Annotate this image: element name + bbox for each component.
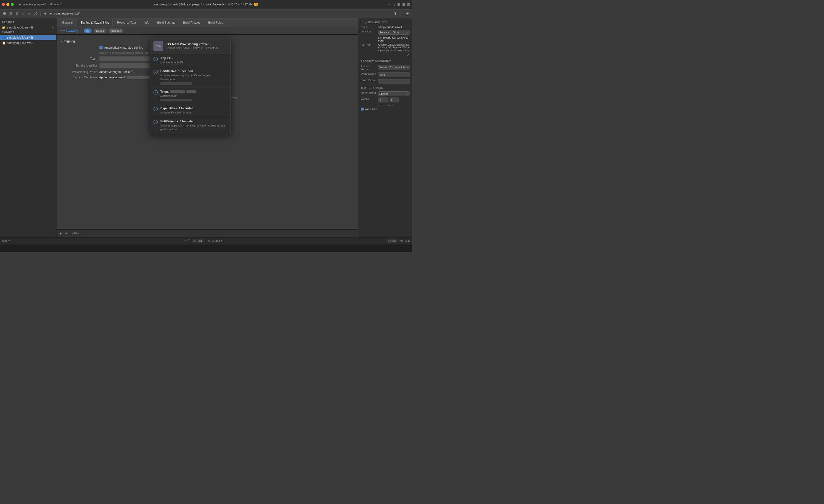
popup-certs-title: Certificates: 1 Included bbox=[160, 70, 227, 73]
signing-cert-field bbox=[127, 76, 152, 79]
popup-title: iOS Team Provisioning Profile: • bbox=[166, 42, 218, 46]
sidebar-item-target2[interactable]: 📋 sampleapp-ios-swi... bbox=[0, 40, 56, 46]
widths-row: Widths bbox=[361, 98, 410, 102]
path-short-row: sampleapp-ios-swift.xcodeproj bbox=[361, 36, 410, 42]
add-capability-btn[interactable]: + + Capability bbox=[60, 28, 80, 33]
wrap-lines-row: ✓ Wrap lines bbox=[361, 108, 410, 110]
debug-info-btn[interactable]: ⓘ bbox=[188, 239, 190, 243]
popup-certs-desc: Includes newest signing certificate "App… bbox=[160, 74, 227, 81]
name-label: Name bbox=[361, 25, 377, 28]
debug-filter-right[interactable]: ⊙ Filter bbox=[386, 239, 398, 243]
close-button[interactable] bbox=[2, 3, 5, 6]
debug-split-btn1[interactable]: ⊟ bbox=[405, 239, 407, 242]
titlebar-right: + ⇆ ⊟ ⊞ ⊡ bbox=[388, 2, 410, 7]
popup-capabilities-desc: Includes Keychain Sharing. bbox=[160, 111, 227, 114]
debug-play-btn[interactable]: ▷ bbox=[184, 239, 186, 242]
toolbar-warn-btn[interactable]: ⚠ bbox=[20, 11, 26, 16]
cap-filter-all[interactable]: All bbox=[84, 28, 92, 33]
traffic-lights[interactable] bbox=[2, 3, 14, 6]
name-value[interactable]: sampleapp-ios-swift bbox=[378, 25, 410, 28]
popup-item-certs: ✓ Certificates: 1 Included Includes newe… bbox=[150, 67, 230, 87]
indent-width-input[interactable] bbox=[389, 98, 399, 102]
project-doc-title: Project Document bbox=[361, 60, 410, 63]
org-label: Organization bbox=[361, 72, 377, 75]
sidebar-item-target1[interactable]: 🔵 sampleapp-ios-swift bbox=[0, 35, 56, 40]
certs-bar bbox=[160, 82, 192, 85]
debug-trash-btn[interactable]: 🗑 bbox=[400, 239, 403, 243]
tab-general[interactable]: General bbox=[59, 19, 76, 26]
org-input[interactable] bbox=[378, 72, 410, 77]
toolbar-back-btn[interactable]: ◀ bbox=[42, 11, 47, 16]
minimize-button[interactable] bbox=[6, 3, 9, 6]
popup-capabilities-content: Capabilities: 1 Included Includes Keycha… bbox=[160, 107, 227, 114]
signing-collapse-icon[interactable]: ▼ bbox=[61, 40, 63, 43]
toolbar-bottom-panel-btn[interactable]: ▭ bbox=[399, 11, 404, 16]
main-layout: PROJECT 📁 sampleapp-ios-swift M TARGETS … bbox=[0, 18, 412, 237]
debug-auto-label: Auto ▾ bbox=[2, 239, 183, 242]
tab-resource-tags[interactable]: Resource Tags bbox=[113, 19, 140, 26]
remove-item-btn[interactable]: − bbox=[64, 231, 68, 236]
toolbar-forward-btn[interactable]: ▶ bbox=[48, 11, 53, 16]
popup-subtitle: Created Apr 8, 2020 (Expires in 11 month… bbox=[166, 46, 218, 49]
cap-filter-debug[interactable]: Debug bbox=[94, 28, 106, 33]
tab-build-rules[interactable]: Build Rules bbox=[205, 19, 227, 26]
bottom-filter[interactable]: ⊙ Filter bbox=[70, 232, 81, 235]
tab-build-phases[interactable]: Build Phases bbox=[180, 19, 204, 26]
toolbar-search-btn[interactable]: ⌕ bbox=[27, 11, 31, 16]
tab-width-input[interactable] bbox=[378, 98, 388, 102]
plus-icon: + bbox=[61, 29, 62, 32]
class-prefix-label: Class Prefix bbox=[361, 79, 377, 82]
popup-entitlements-desc: Includes application-identifier, keychai… bbox=[160, 124, 227, 131]
add-item-btn[interactable]: + bbox=[59, 231, 63, 236]
popup-team-title: Team: bbox=[160, 90, 227, 93]
cap-filter-release[interactable]: Release bbox=[109, 28, 123, 33]
popup-item-capabilities: ✓ Capabilities: 1 Included Includes Keyc… bbox=[150, 104, 230, 117]
tab-info[interactable]: Info bbox=[141, 19, 153, 26]
auto-manage-checkbox[interactable]: ✓ bbox=[99, 46, 103, 49]
signing-cert-label: Signing Certificate bbox=[61, 76, 97, 79]
run-btn[interactable]: ▶ bbox=[19, 2, 21, 6]
indent-using-dropdown[interactable]: Spaces ⌄ bbox=[378, 91, 410, 96]
debug-split-btn2[interactable]: ⊞ bbox=[408, 239, 410, 242]
toolbar-sep1 bbox=[40, 11, 40, 16]
debug-area: Auto ▾ ▷ ⓘ ⊙ Filter All Output ▾ ⊙ Filte… bbox=[0, 237, 412, 252]
toolbar-right-panel-btn[interactable]: ◨ bbox=[392, 11, 398, 16]
location-dropdown[interactable]: Relative to Group ⌄ bbox=[378, 30, 410, 35]
panel2-btn[interactable]: ⊞ bbox=[402, 2, 405, 6]
sidebar-item-project[interactable]: 📁 sampleapp-ios-swift M bbox=[0, 25, 56, 30]
maximize-button[interactable] bbox=[11, 3, 14, 6]
bundle-id-input[interactable] bbox=[99, 63, 153, 68]
target1-icon: 🔵 bbox=[2, 36, 6, 39]
provisioning-popup: PROV iOS Team Provisioning Profile: • Cr… bbox=[150, 38, 231, 134]
panel3-btn[interactable]: ⊡ bbox=[407, 2, 410, 6]
full-path-reveal-btn[interactable]: ↗ bbox=[407, 53, 410, 57]
indent-label: Indent bbox=[387, 104, 394, 107]
popup-item-appid: ✓ App ID: • Matches bundle ID bbox=[150, 54, 230, 67]
toolbar-inspector-btn[interactable]: ⊕ bbox=[405, 11, 410, 16]
filter-icon: ⊙ bbox=[72, 232, 74, 235]
popup-header-text: iOS Team Provisioning Profile: • Created… bbox=[166, 42, 218, 49]
tab-signing[interactable]: Signing & Capabilities bbox=[77, 19, 113, 26]
provisioning-info-icon[interactable]: ⓘ bbox=[131, 70, 134, 74]
format-dropdown[interactable]: Xcode 3.2-compatible ⌄ bbox=[378, 65, 410, 70]
identity-type-title: Identity and Type bbox=[361, 21, 410, 24]
layout-btn[interactable]: ⇆ bbox=[392, 2, 395, 6]
toolbar-folder-btn[interactable]: ⊠ bbox=[14, 11, 19, 16]
debug-left: Auto ▾ ▷ ⓘ ⊙ Filter bbox=[0, 237, 206, 252]
path-short-value: sampleapp-ios-swift.xcodeproj bbox=[378, 36, 410, 42]
team-label: Team bbox=[61, 57, 97, 61]
provisioning-chevron-icon[interactable]: › bbox=[135, 71, 136, 74]
popup-certs-content: Certificates: 1 Included Includes newest… bbox=[160, 70, 227, 85]
toolbar-grid-btn[interactable]: ⊞ bbox=[2, 11, 7, 16]
toolbar-new-btn[interactable]: ⊡ bbox=[8, 11, 13, 16]
wrap-lines-checkbox[interactable]: ✓ bbox=[361, 108, 364, 110]
add-editor-btn[interactable]: + bbox=[388, 2, 390, 7]
popup-entitlements-title: Entitlements: 4 Included bbox=[160, 120, 227, 123]
toolbar-scm-btn[interactable]: ⎇ bbox=[32, 11, 38, 16]
debug-filter-left[interactable]: ⊙ Filter bbox=[192, 239, 204, 243]
class-prefix-input[interactable] bbox=[378, 79, 410, 84]
tab-build-settings[interactable]: Build Settings bbox=[153, 19, 179, 26]
team-input[interactable] bbox=[99, 56, 153, 61]
panel-btn[interactable]: ⊟ bbox=[397, 2, 400, 6]
debug-content-right bbox=[206, 244, 412, 248]
